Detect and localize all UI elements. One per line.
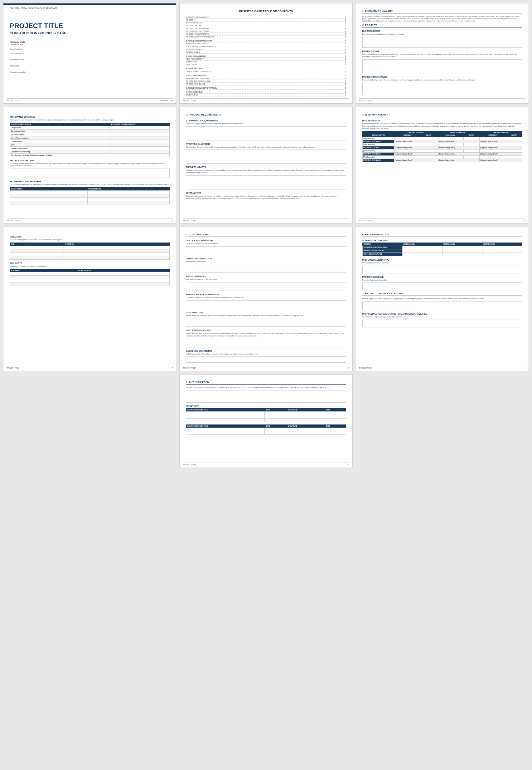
table-row: [10, 256, 170, 259]
page-mitigation: MITIGATION For each unacceptable risk, i…: [3, 227, 176, 371]
toc-item-15: RISK ASSESSMENT3: [186, 58, 346, 60]
risk-impact2: IMPACT: [463, 134, 480, 137]
anticipated-outcomes-header: ANTICIPATED OUTCOMES: [10, 116, 170, 118]
classification-label: Classification Label: [10, 71, 170, 73]
outcomes-col-2: ESTIMATED COMPLETION DATE: [110, 123, 170, 126]
outcomes-col-1: OUTCOME / DELIVERABLE: [10, 123, 110, 126]
sig-signature-col: SIGNATURE: [287, 408, 325, 412]
footer-left: [PROJECT TITLE]: [183, 367, 196, 369]
page-toc: BUSINESS CASE TABLE OF CONTENTS 1. EXECU…: [179, 3, 352, 104]
toc-item-25: 7. AUTHORIZATION3: [186, 91, 346, 94]
footer-left: [PROJECT TITLE]: [183, 464, 196, 466]
page-footer: [PROJECT TITLE] 5: [183, 218, 349, 221]
business-needs-desc: Describe the current situation and the p…: [362, 33, 522, 36]
footer-left: [PROJECT TITLE]: [7, 220, 19, 221]
project-background-header: PROJECT BACKGROUND: [362, 76, 522, 78]
toc-item-22: PREFERRED ALTERNATIVE3: [186, 80, 346, 83]
preferred-desc: Summarize the preferred alternative.: [362, 262, 522, 264]
toc-item-24: 6. PROJECT DELIVERY STRATEGY3: [186, 87, 346, 90]
table-row: [ Risk Description ]: [362, 137, 522, 140]
footer-left: [PROJECT TITLE]: [183, 99, 196, 101]
project-schedule-desc: Describe the proposed schedule.: [362, 279, 522, 282]
infrastructure-desc: Indicate initial capital costs.: [186, 261, 346, 263]
toc-item-6: ANTICIPATED OUTCOMES3: [186, 30, 346, 33]
governance-desc: Recommend a project manager and project …: [362, 316, 522, 318]
risk-assessment-header: RISK ASSESSMENT: [362, 119, 522, 122]
stakeholders-desc: List key stakeholders who are affected b…: [10, 183, 170, 186]
table-row: [ Risk Description ]: [362, 149, 522, 152]
table-row: Development Report: [10, 129, 170, 133]
toc-item-18: 4. COST ANALYSIS3: [186, 67, 346, 70]
ongoing-desc: Include whole life costing for each viab…: [186, 315, 346, 317]
cost-benefit-box: [186, 339, 346, 347]
page-footer: [PROJECT TITLE] 7: [7, 366, 173, 369]
costs-alternatives-box: [186, 246, 346, 255]
table-row: Post Occupancy Evaluation/Building Perfo…: [10, 153, 170, 157]
risk-costs-table: RISK EVENT POTENTIAL COST: [10, 269, 170, 286]
table-row: [186, 415, 346, 419]
page-risk-management: 4. RISK MANAGEMENT RISK ASSESSMENT Detai…: [356, 107, 529, 224]
sig2-name-col: NAME: [265, 424, 287, 428]
toc-item-3: BUSINESS NEEDS3: [186, 22, 346, 24]
funding-desc: Compare the terms and conditions of diff…: [186, 297, 346, 299]
cost-analysis-header: 5. COST ANALYSIS: [186, 233, 346, 237]
project-background-box: [362, 83, 522, 95]
cash-flow-desc: Include a project-level cash flow statem…: [186, 353, 346, 356]
rec-alt2-col: ALTERNATIVE 2: [442, 243, 482, 246]
mit-col-1: RISK: [10, 243, 64, 246]
mitigation-table: RISK MITIGATION: [10, 243, 170, 260]
alternatives-desc: Detail alternative options to solving th…: [186, 195, 346, 200]
company-label: COMPANY NAME: [10, 41, 170, 43]
delivery-section-header: 7. PROJECT DELIVERY STRATEGY: [362, 292, 522, 296]
page-footer: [PROJECT TITLE] 8: [183, 366, 349, 369]
page-footer: [PROJECT TITLE] 6: [359, 218, 525, 221]
table-row: MITIGATION STRATEGIES [ Mitigation Strat…: [362, 140, 522, 143]
table-row: Design Report: [10, 126, 170, 129]
table-row: [186, 412, 346, 415]
top-bar: [3, 3, 176, 5]
toc-item-10: STRATEGIC ALIGNMENT3: [186, 42, 346, 45]
risk-impact3: IMPACT: [506, 134, 522, 137]
risk-assessment-table: VIABLE ALTERNATIVE 1 VIABLE ALTERNATIVE …: [362, 131, 522, 162]
exec-desc: An executive summary presents a brief an…: [362, 15, 522, 22]
signatures-table-1: SIGNING AUTHORITY TITLE NAME SIGNATURE D…: [186, 408, 346, 422]
alt-overview-header: ALTERNATIVE OVERVIEW: [362, 240, 522, 242]
alternatives-box: [186, 201, 346, 215]
governance-box: [362, 320, 522, 327]
table-row: MITIGATION STRATEGIES [ Mitigation Strat…: [362, 152, 522, 155]
footer-left: [PROJECT TITLE]: [7, 367, 19, 369]
business-impacts-header: BUSINESS IMPACTS: [186, 166, 346, 168]
risk-costs-col-1: RISK EVENT: [10, 269, 77, 272]
page-cost-analysis: 5. COST ANALYSIS COSTS FOR ALTERNATIVES …: [179, 227, 352, 371]
assumptions-header: PROJECT ASSUMPTIONS: [10, 159, 170, 162]
page-recommendation: 6. RECOMMENDATION ALTERNATIVE OVERVIEW C…: [356, 227, 529, 371]
rec-alt1-col: ALTERNATIVE 1: [402, 243, 442, 246]
risk-costs-col-2: POTENTIAL COST: [77, 269, 170, 272]
footer-page: 5: [348, 220, 349, 221]
cash-flow-box: [186, 356, 346, 363]
toc-item-1: 1. EXECUTIVE SUMMARY3: [186, 16, 346, 19]
ongoing-box: [186, 318, 346, 327]
toc-item-13: ALTERNATIVES3: [186, 51, 346, 54]
risk-impact1: IMPACT: [421, 134, 437, 137]
infrastructure-header: INFRASTRUCTURE COSTS: [186, 258, 346, 260]
footer-page: 8: [348, 367, 349, 369]
sig2-auth-title-col: SIGNING AUTHORITY TITLE: [186, 424, 265, 428]
preferred-header: PREFERRED ALTERNATIVE: [362, 259, 522, 261]
footer-page: 3: [525, 99, 525, 101]
project-scope-header: PROJECT SCOPE: [362, 50, 522, 52]
table-row: BUSINESS & OPERATIONAL IMPACT: [362, 246, 522, 249]
business-impacts-desc: Indicate the business and operational im…: [186, 169, 346, 174]
preferred-box: [362, 266, 522, 274]
statement-box: [186, 126, 346, 140]
page-anticipated-outcomes: ANTICIPATED OUTCOMES Detail specific and…: [3, 107, 176, 224]
strategic-desc: Describe how the project aligns with any…: [186, 146, 346, 148]
risk-alt1-header: VIABLE ALTERNATIVE 1: [394, 131, 437, 134]
table-row: Contract Award: [10, 139, 170, 143]
risk-prob2: PROBABILITY: [437, 134, 463, 137]
governance-header: PROPOSED GOVERNANCE STRUCTURE AND ACCOUN…: [362, 313, 522, 315]
business-needs-box: [362, 37, 522, 48]
table-row: [10, 201, 170, 204]
business-needs-header: BUSINESS NEEDS: [362, 30, 522, 32]
table-row: [10, 249, 170, 253]
